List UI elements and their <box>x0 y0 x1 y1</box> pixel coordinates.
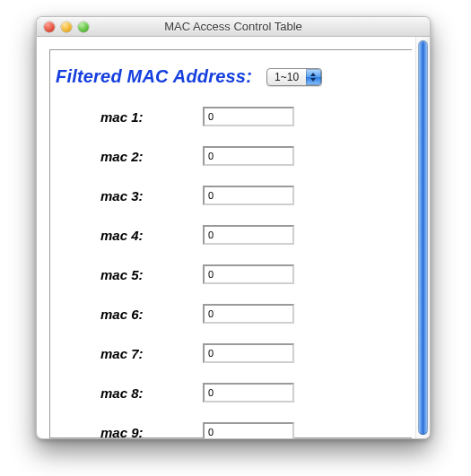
mac-label: mac 2: <box>50 149 203 164</box>
table-row: mac 3: <box>50 186 412 205</box>
mac-input-2[interactable] <box>203 146 294 166</box>
mac-label: mac 3: <box>50 188 203 203</box>
panel: Filtered MAC Address: 1~10 mac <box>49 49 412 438</box>
mac-label: mac 9: <box>50 425 203 439</box>
mac-input-9[interactable] <box>203 422 294 438</box>
content-area: Filtered MAC Address: 1~10 mac <box>37 37 415 438</box>
window-title: MAC Access Control Table <box>37 20 430 33</box>
mac-label: mac 5: <box>50 267 203 282</box>
table-row: mac 2: <box>50 146 412 166</box>
mac-input-4[interactable] <box>203 225 294 245</box>
mac-label: mac 6: <box>50 307 203 322</box>
mac-label: mac 8: <box>50 385 203 401</box>
window-controls <box>37 22 89 32</box>
mac-input-8[interactable] <box>203 383 294 402</box>
mac-label: mac 1: <box>50 109 203 125</box>
range-select-input[interactable]: 1~10 <box>266 68 322 86</box>
mac-rows: mac 1: mac 2: mac 3: mac 4: <box>50 107 412 438</box>
minimize-icon[interactable] <box>61 22 72 32</box>
scrollbar-track[interactable] <box>415 37 430 438</box>
close-icon[interactable] <box>44 22 55 32</box>
table-row: mac 5: <box>50 264 412 284</box>
page-title: Filtered MAC Address: <box>56 66 252 87</box>
mac-input-5[interactable] <box>203 264 294 284</box>
mac-input-6[interactable] <box>203 304 294 324</box>
titlebar: MAC Access Control Table <box>37 17 430 37</box>
range-select[interactable]: 1~10 <box>266 68 322 86</box>
mac-label: mac 7: <box>50 346 203 361</box>
mac-input-7[interactable] <box>203 343 294 363</box>
mac-input-3[interactable] <box>203 186 294 205</box>
table-row: mac 4: <box>50 225 412 245</box>
table-row: mac 6: <box>50 304 412 324</box>
app-window: MAC Access Control Table Filtered MAC Ad… <box>36 16 431 439</box>
mac-label: mac 4: <box>50 228 203 243</box>
mac-input-1[interactable] <box>203 107 294 126</box>
table-row: mac 8: <box>50 383 412 402</box>
table-row: mac 1: <box>50 107 412 126</box>
table-row: mac 7: <box>50 343 412 363</box>
zoom-icon[interactable] <box>78 22 89 32</box>
scrollbar-thumb[interactable] <box>418 40 428 435</box>
table-row: mac 9: <box>50 422 412 438</box>
